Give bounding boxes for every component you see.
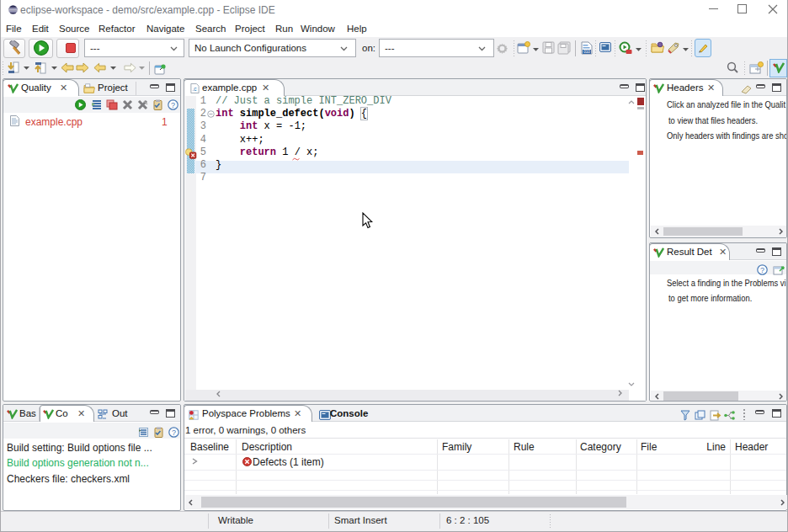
svg-text:?: ? xyxy=(760,266,764,274)
svg-text:?: ? xyxy=(172,428,176,437)
svg-text:.c: .c xyxy=(193,86,198,92)
svg-text:?: ? xyxy=(171,101,175,109)
svg-text:010: 010 xyxy=(583,50,590,54)
